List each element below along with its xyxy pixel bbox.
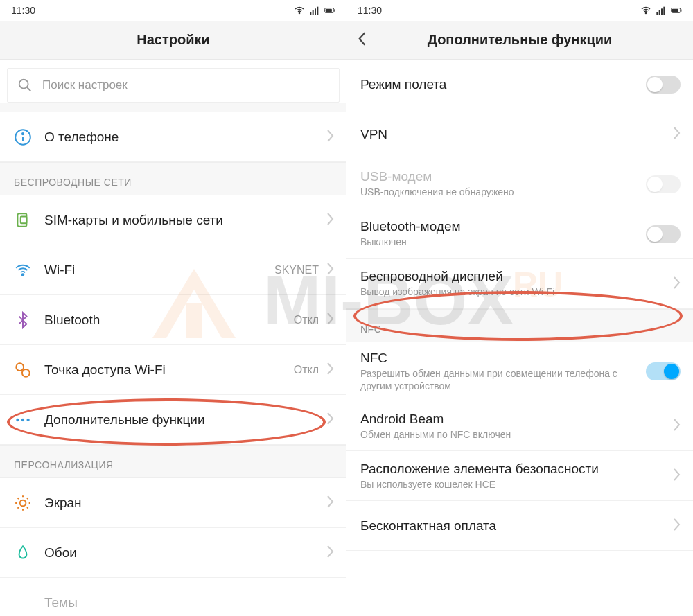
toggle-usb xyxy=(646,175,681,193)
wallpaper-icon xyxy=(14,544,32,562)
svg-rect-18 xyxy=(21,216,27,223)
svg-rect-8 xyxy=(317,7,318,15)
chevron-right-icon xyxy=(326,312,334,328)
search-box[interactable] xyxy=(7,68,340,103)
bluetooth-icon xyxy=(14,311,32,329)
row-label: VPN xyxy=(360,127,672,142)
row-about-phone[interactable]: О телефоне xyxy=(0,112,346,162)
svg-rect-33 xyxy=(672,9,678,12)
row-label: Экран xyxy=(44,495,326,511)
phone-right: 11:30 Дополнительные функции Режим полет… xyxy=(346,0,693,616)
svg-rect-27 xyxy=(656,12,658,15)
chevron-right-icon xyxy=(326,545,334,561)
header: Настройки xyxy=(0,21,346,60)
row-bluetooth[interactable]: Bluetooth Откл xyxy=(0,295,346,345)
row-contactless-pay[interactable]: Бесконтактная оплата xyxy=(346,501,693,551)
row-label: Расположение элемента безопасности xyxy=(360,461,672,477)
row-value: Откл xyxy=(294,314,319,326)
chevron-right-icon xyxy=(672,276,681,292)
search-input[interactable] xyxy=(42,78,329,92)
status-icons xyxy=(640,5,682,16)
row-display[interactable]: Экран xyxy=(0,478,346,528)
svg-rect-11 xyxy=(326,9,332,12)
svg-point-25 xyxy=(20,500,26,506)
row-label: SIM-карты и мобильные сети xyxy=(44,213,326,228)
chevron-right-icon xyxy=(672,126,681,143)
toggle-nfc[interactable] xyxy=(646,362,681,380)
signal-icon xyxy=(656,5,667,16)
svg-point-12 xyxy=(19,80,28,89)
chevron-right-icon xyxy=(326,495,334,511)
status-time: 11:30 xyxy=(358,5,382,16)
svg-rect-32 xyxy=(681,9,681,11)
status-bar: 11:30 xyxy=(0,0,346,21)
status-bar: 11:30 xyxy=(346,0,693,21)
row-label: Беспроводной дисплей xyxy=(360,269,672,284)
page-title: Настройки xyxy=(137,32,210,48)
wifi-icon xyxy=(294,5,305,16)
display-icon xyxy=(14,494,32,512)
row-label: Темы xyxy=(44,595,334,610)
toggle-bt-tether[interactable] xyxy=(646,225,681,243)
svg-rect-6 xyxy=(313,10,314,15)
row-android-beam[interactable]: Android Beam Обмен данными по NFC включе… xyxy=(346,401,693,451)
chevron-right-icon xyxy=(672,418,681,434)
chevron-left-icon xyxy=(358,31,367,46)
svg-rect-28 xyxy=(659,10,660,15)
svg-point-23 xyxy=(21,418,24,421)
row-wifi[interactable]: Wi-Fi SKYNET xyxy=(0,245,346,295)
content-right: Режим полета VPN USB-модем USB-подключен… xyxy=(346,60,693,616)
chevron-right-icon xyxy=(326,262,334,279)
content-left: О телефоне БЕСПРОВОДНЫЕ СЕТИ SIM-карты и… xyxy=(0,103,346,616)
svg-point-21 xyxy=(22,369,30,376)
chevron-right-icon xyxy=(672,518,681,534)
phone-left: 11:30 Настройки О телефоне БЕСПРОВОДНЫЕ … xyxy=(0,0,346,616)
row-sublabel: Вы используете кошелек HCE xyxy=(360,478,672,491)
toggle-airplane[interactable] xyxy=(646,76,681,94)
row-sublabel: USB-подключения не обнаружено xyxy=(360,186,646,198)
header: Дополнительные функции xyxy=(346,21,693,60)
back-button[interactable] xyxy=(358,31,367,49)
section-personal-header: ПЕРСОНАЛИЗАЦИЯ xyxy=(0,445,346,478)
svg-line-13 xyxy=(27,87,31,91)
section-nfc-header: NFC xyxy=(346,309,693,342)
row-bt-tether[interactable]: Bluetooth-модем Выключен xyxy=(346,209,693,259)
svg-point-16 xyxy=(22,133,24,134)
svg-rect-10 xyxy=(334,9,335,11)
svg-rect-17 xyxy=(17,213,26,226)
row-value: SKYNET xyxy=(274,264,319,276)
row-nfc[interactable]: NFC Разрешить обмен данными при совмещен… xyxy=(346,342,693,401)
status-time: 11:30 xyxy=(11,5,35,16)
row-sublabel: Вывод изображения на экран по сети Wi-Fi xyxy=(360,285,672,298)
wifi-icon xyxy=(14,261,32,279)
signal-icon xyxy=(309,5,320,16)
battery-icon xyxy=(324,5,335,16)
row-wireless-display[interactable]: Беспроводной дисплей Вывод изображения н… xyxy=(346,259,693,309)
more-icon xyxy=(14,411,32,429)
row-wallpaper[interactable]: Обои xyxy=(0,528,346,578)
hotspot-icon xyxy=(14,361,32,379)
section-wireless-header: БЕСПРОВОДНЫЕ СЕТИ xyxy=(0,162,346,195)
chevron-right-icon xyxy=(326,412,334,428)
svg-rect-7 xyxy=(315,8,316,15)
svg-point-19 xyxy=(22,274,24,276)
row-label: Wi-Fi xyxy=(44,263,274,278)
battery-icon xyxy=(671,5,682,16)
row-secure-element[interactable]: Расположение элемента безопасности Вы ис… xyxy=(346,451,693,501)
row-more[interactable]: Дополнительные функции xyxy=(0,395,346,445)
row-airplane[interactable]: Режим полета xyxy=(346,60,693,109)
row-usb-tether: USB-модем USB-подключения не обнаружено xyxy=(346,159,693,209)
sim-icon xyxy=(14,211,32,229)
row-sim[interactable]: SIM-карты и мобильные сети xyxy=(0,195,346,245)
chevron-right-icon xyxy=(326,212,334,229)
row-sublabel: Обмен данными по NFC включен xyxy=(360,428,672,441)
svg-point-26 xyxy=(645,12,646,13)
row-vpn[interactable]: VPN xyxy=(346,109,693,159)
row-themes[interactable]: Темы xyxy=(0,578,346,616)
row-label: Обои xyxy=(44,545,326,561)
row-label: Точка доступа Wi-Fi xyxy=(44,362,294,378)
row-label: Bluetooth-модем xyxy=(360,219,646,234)
row-label: Bluetooth xyxy=(44,313,294,328)
row-hotspot[interactable]: Точка доступа Wi-Fi Откл xyxy=(0,345,346,395)
svg-rect-30 xyxy=(663,7,665,15)
